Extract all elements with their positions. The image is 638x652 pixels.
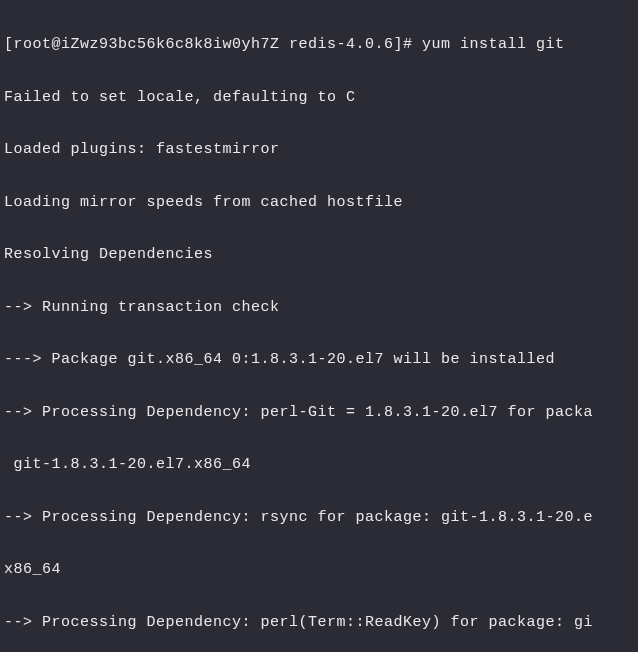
terminal-line: --> Running transaction check bbox=[4, 295, 634, 321]
terminal-line: Loaded plugins: fastestmirror bbox=[4, 137, 634, 163]
terminal-line: --> Processing Dependency: perl(Term::Re… bbox=[4, 610, 634, 636]
terminal-line: ---> Package git.x86_64 0:1.8.3.1-20.el7… bbox=[4, 347, 634, 373]
terminal-line: x86_64 bbox=[4, 557, 634, 583]
terminal-line: Loading mirror speeds from cached hostfi… bbox=[4, 190, 634, 216]
terminal-line: --> Processing Dependency: rsync for pac… bbox=[4, 505, 634, 531]
terminal-output: [root@iZwz93bc56k6c8k8iw0yh7Z redis-4.0.… bbox=[4, 6, 634, 652]
terminal-line: Resolving Dependencies bbox=[4, 242, 634, 268]
terminal-line: git-1.8.3.1-20.el7.x86_64 bbox=[4, 452, 634, 478]
terminal-line: --> Processing Dependency: perl-Git = 1.… bbox=[4, 400, 634, 426]
terminal-line: Failed to set locale, defaulting to C bbox=[4, 85, 634, 111]
terminal-line: [root@iZwz93bc56k6c8k8iw0yh7Z redis-4.0.… bbox=[4, 32, 634, 58]
